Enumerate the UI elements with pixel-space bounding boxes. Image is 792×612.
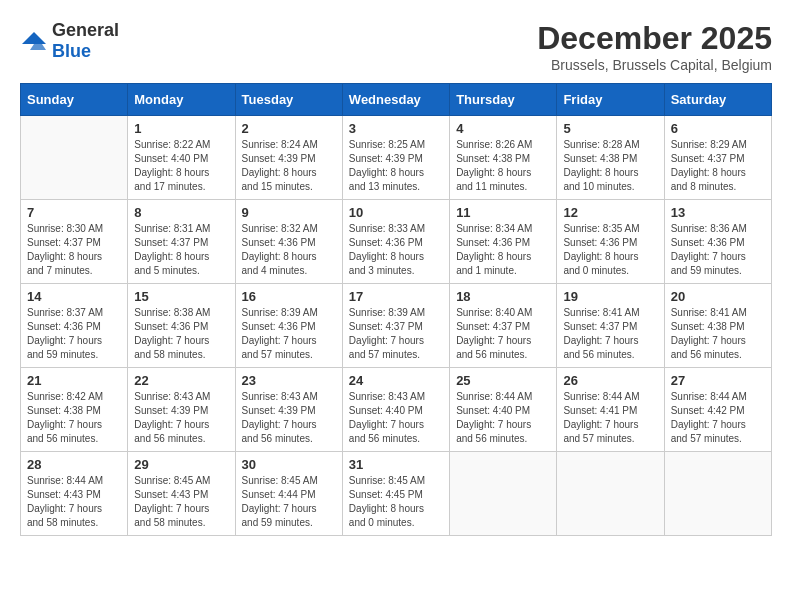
calendar-header-row: SundayMondayTuesdayWednesdayThursdayFrid…	[21, 84, 772, 116]
day-number: 2	[242, 121, 336, 136]
calendar-cell: 12Sunrise: 8:35 AMSunset: 4:36 PMDayligh…	[557, 200, 664, 284]
calendar-cell: 9Sunrise: 8:32 AMSunset: 4:36 PMDaylight…	[235, 200, 342, 284]
calendar-week-row: 1Sunrise: 8:22 AMSunset: 4:40 PMDaylight…	[21, 116, 772, 200]
day-info: Sunrise: 8:45 AMSunset: 4:44 PMDaylight:…	[242, 474, 336, 530]
day-number: 4	[456, 121, 550, 136]
calendar-cell: 29Sunrise: 8:45 AMSunset: 4:43 PMDayligh…	[128, 452, 235, 536]
day-info: Sunrise: 8:22 AMSunset: 4:40 PMDaylight:…	[134, 138, 228, 194]
day-header-thursday: Thursday	[450, 84, 557, 116]
calendar-cell: 26Sunrise: 8:44 AMSunset: 4:41 PMDayligh…	[557, 368, 664, 452]
subtitle: Brussels, Brussels Capital, Belgium	[537, 57, 772, 73]
day-info: Sunrise: 8:32 AMSunset: 4:36 PMDaylight:…	[242, 222, 336, 278]
day-number: 25	[456, 373, 550, 388]
day-number: 9	[242, 205, 336, 220]
logo-blue: Blue	[52, 41, 91, 61]
day-number: 31	[349, 457, 443, 472]
calendar-cell: 22Sunrise: 8:43 AMSunset: 4:39 PMDayligh…	[128, 368, 235, 452]
day-info: Sunrise: 8:39 AMSunset: 4:36 PMDaylight:…	[242, 306, 336, 362]
day-info: Sunrise: 8:43 AMSunset: 4:39 PMDaylight:…	[134, 390, 228, 446]
day-number: 19	[563, 289, 657, 304]
day-info: Sunrise: 8:28 AMSunset: 4:38 PMDaylight:…	[563, 138, 657, 194]
day-number: 15	[134, 289, 228, 304]
day-number: 13	[671, 205, 765, 220]
calendar-cell: 14Sunrise: 8:37 AMSunset: 4:36 PMDayligh…	[21, 284, 128, 368]
day-info: Sunrise: 8:34 AMSunset: 4:36 PMDaylight:…	[456, 222, 550, 278]
logo-icon	[20, 30, 48, 52]
day-header-monday: Monday	[128, 84, 235, 116]
day-info: Sunrise: 8:31 AMSunset: 4:37 PMDaylight:…	[134, 222, 228, 278]
day-header-sunday: Sunday	[21, 84, 128, 116]
day-number: 5	[563, 121, 657, 136]
day-info: Sunrise: 8:38 AMSunset: 4:36 PMDaylight:…	[134, 306, 228, 362]
day-info: Sunrise: 8:29 AMSunset: 4:37 PMDaylight:…	[671, 138, 765, 194]
calendar-cell	[557, 452, 664, 536]
day-number: 7	[27, 205, 121, 220]
calendar-cell: 8Sunrise: 8:31 AMSunset: 4:37 PMDaylight…	[128, 200, 235, 284]
header: General Blue December 2025 Brussels, Bru…	[20, 20, 772, 73]
day-number: 26	[563, 373, 657, 388]
calendar-cell: 15Sunrise: 8:38 AMSunset: 4:36 PMDayligh…	[128, 284, 235, 368]
calendar-cell: 27Sunrise: 8:44 AMSunset: 4:42 PMDayligh…	[664, 368, 771, 452]
calendar-cell	[450, 452, 557, 536]
calendar-cell: 16Sunrise: 8:39 AMSunset: 4:36 PMDayligh…	[235, 284, 342, 368]
calendar-cell: 21Sunrise: 8:42 AMSunset: 4:38 PMDayligh…	[21, 368, 128, 452]
day-header-saturday: Saturday	[664, 84, 771, 116]
day-info: Sunrise: 8:44 AMSunset: 4:41 PMDaylight:…	[563, 390, 657, 446]
day-number: 22	[134, 373, 228, 388]
day-info: Sunrise: 8:36 AMSunset: 4:36 PMDaylight:…	[671, 222, 765, 278]
day-number: 17	[349, 289, 443, 304]
day-info: Sunrise: 8:37 AMSunset: 4:36 PMDaylight:…	[27, 306, 121, 362]
svg-marker-0	[22, 32, 46, 44]
day-info: Sunrise: 8:35 AMSunset: 4:36 PMDaylight:…	[563, 222, 657, 278]
calendar-week-row: 7Sunrise: 8:30 AMSunset: 4:37 PMDaylight…	[21, 200, 772, 284]
day-info: Sunrise: 8:33 AMSunset: 4:36 PMDaylight:…	[349, 222, 443, 278]
day-info: Sunrise: 8:41 AMSunset: 4:37 PMDaylight:…	[563, 306, 657, 362]
calendar-cell: 20Sunrise: 8:41 AMSunset: 4:38 PMDayligh…	[664, 284, 771, 368]
day-number: 18	[456, 289, 550, 304]
calendar-cell: 23Sunrise: 8:43 AMSunset: 4:39 PMDayligh…	[235, 368, 342, 452]
logo-general: General	[52, 20, 119, 40]
calendar-cell: 28Sunrise: 8:44 AMSunset: 4:43 PMDayligh…	[21, 452, 128, 536]
day-info: Sunrise: 8:43 AMSunset: 4:39 PMDaylight:…	[242, 390, 336, 446]
day-number: 6	[671, 121, 765, 136]
day-info: Sunrise: 8:39 AMSunset: 4:37 PMDaylight:…	[349, 306, 443, 362]
day-number: 23	[242, 373, 336, 388]
calendar-cell: 4Sunrise: 8:26 AMSunset: 4:38 PMDaylight…	[450, 116, 557, 200]
calendar-week-row: 21Sunrise: 8:42 AMSunset: 4:38 PMDayligh…	[21, 368, 772, 452]
day-number: 29	[134, 457, 228, 472]
title-area: December 2025 Brussels, Brussels Capital…	[537, 20, 772, 73]
day-info: Sunrise: 8:43 AMSunset: 4:40 PMDaylight:…	[349, 390, 443, 446]
calendar-cell: 30Sunrise: 8:45 AMSunset: 4:44 PMDayligh…	[235, 452, 342, 536]
calendar-cell: 6Sunrise: 8:29 AMSunset: 4:37 PMDaylight…	[664, 116, 771, 200]
calendar-cell: 19Sunrise: 8:41 AMSunset: 4:37 PMDayligh…	[557, 284, 664, 368]
day-number: 16	[242, 289, 336, 304]
day-number: 28	[27, 457, 121, 472]
calendar-cell: 2Sunrise: 8:24 AMSunset: 4:39 PMDaylight…	[235, 116, 342, 200]
calendar-cell: 13Sunrise: 8:36 AMSunset: 4:36 PMDayligh…	[664, 200, 771, 284]
main-title: December 2025	[537, 20, 772, 57]
day-info: Sunrise: 8:40 AMSunset: 4:37 PMDaylight:…	[456, 306, 550, 362]
calendar-cell: 7Sunrise: 8:30 AMSunset: 4:37 PMDaylight…	[21, 200, 128, 284]
calendar-week-row: 14Sunrise: 8:37 AMSunset: 4:36 PMDayligh…	[21, 284, 772, 368]
calendar-week-row: 28Sunrise: 8:44 AMSunset: 4:43 PMDayligh…	[21, 452, 772, 536]
day-header-wednesday: Wednesday	[342, 84, 449, 116]
calendar-cell: 17Sunrise: 8:39 AMSunset: 4:37 PMDayligh…	[342, 284, 449, 368]
day-number: 21	[27, 373, 121, 388]
day-info: Sunrise: 8:25 AMSunset: 4:39 PMDaylight:…	[349, 138, 443, 194]
day-number: 20	[671, 289, 765, 304]
calendar: SundayMondayTuesdayWednesdayThursdayFrid…	[20, 83, 772, 536]
calendar-cell	[664, 452, 771, 536]
day-number: 3	[349, 121, 443, 136]
calendar-cell: 11Sunrise: 8:34 AMSunset: 4:36 PMDayligh…	[450, 200, 557, 284]
day-number: 1	[134, 121, 228, 136]
day-info: Sunrise: 8:45 AMSunset: 4:43 PMDaylight:…	[134, 474, 228, 530]
calendar-cell: 24Sunrise: 8:43 AMSunset: 4:40 PMDayligh…	[342, 368, 449, 452]
calendar-cell: 10Sunrise: 8:33 AMSunset: 4:36 PMDayligh…	[342, 200, 449, 284]
day-info: Sunrise: 8:26 AMSunset: 4:38 PMDaylight:…	[456, 138, 550, 194]
calendar-cell: 18Sunrise: 8:40 AMSunset: 4:37 PMDayligh…	[450, 284, 557, 368]
day-number: 8	[134, 205, 228, 220]
day-number: 10	[349, 205, 443, 220]
day-info: Sunrise: 8:41 AMSunset: 4:38 PMDaylight:…	[671, 306, 765, 362]
day-info: Sunrise: 8:44 AMSunset: 4:43 PMDaylight:…	[27, 474, 121, 530]
calendar-cell: 31Sunrise: 8:45 AMSunset: 4:45 PMDayligh…	[342, 452, 449, 536]
